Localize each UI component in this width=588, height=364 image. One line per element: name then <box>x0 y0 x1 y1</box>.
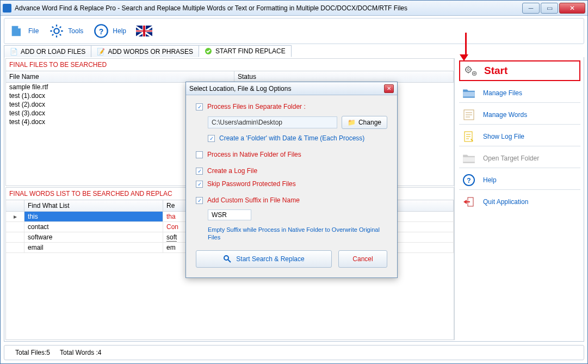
checkbox-icon <box>196 168 203 175</box>
file-icon <box>9 23 25 39</box>
checkbox-process-separate[interactable]: Process Files in Separate Folder : <box>196 103 387 110</box>
svg-text:?: ? <box>467 177 471 184</box>
folder-icon <box>461 85 476 101</box>
gears-icon <box>463 64 479 77</box>
language-flag[interactable] <box>136 26 152 36</box>
checkbox-create-log[interactable]: Create a Log File <box>196 167 387 175</box>
col-find[interactable]: Find What List <box>24 200 163 211</box>
svg-text:?: ? <box>99 27 104 36</box>
start-button[interactable]: Start <box>459 60 580 81</box>
sidebar-manage-files[interactable]: Manage Files <box>459 83 580 103</box>
checkbox-icon <box>196 181 203 188</box>
svg-point-0 <box>54 28 59 33</box>
gear-icon <box>48 23 65 39</box>
log-icon <box>461 129 476 144</box>
tab-start-find-replace[interactable]: START FIND REPLACE <box>199 45 292 57</box>
help-icon: ? <box>93 23 109 39</box>
row-pointer-icon: ▸ <box>14 213 17 220</box>
files-table-header: File Name Status <box>6 71 454 83</box>
total-files-label: Total Files:5 <box>15 349 50 356</box>
row-selector-header <box>6 200 24 211</box>
col-status[interactable]: Status <box>234 71 454 82</box>
col-filename[interactable]: File Name <box>6 71 234 82</box>
sidebar-manage-words[interactable]: Manage Words <box>459 105 580 125</box>
sidebar-help[interactable]: ? Help <box>459 170 580 190</box>
change-button[interactable]: 📁 Change <box>342 116 387 129</box>
menu-file[interactable]: File <box>9 23 39 39</box>
checkbox-add-suffix[interactable]: Add Custom Suffix in File Name <box>196 196 387 204</box>
dialog-titlebar[interactable]: Select Location, File & Log Options ✕ <box>186 82 397 95</box>
checkbox-icon <box>196 197 203 204</box>
svg-point-6 <box>473 72 476 76</box>
menu-tools[interactable]: Tools <box>48 23 83 39</box>
menu-help[interactable]: ? Help <box>93 23 126 39</box>
close-button[interactable]: ✕ <box>559 3 585 14</box>
svg-point-7 <box>474 73 475 75</box>
sidebar-open-target[interactable]: Open Target Folder <box>459 149 580 168</box>
sidebar-show-log[interactable]: Show Log File <box>459 127 580 146</box>
path-input[interactable]: C:\Users\admin\Desktop <box>208 116 337 128</box>
maximize-button[interactable]: ▭ <box>541 3 558 14</box>
help-icon: ? <box>461 172 476 188</box>
titlebar: Advance Word Find & Replace Pro - Search… <box>1 1 587 16</box>
dialog-close-button[interactable]: ✕ <box>384 84 394 93</box>
tab-bar: 📄 ADD OR LOAD FILES 📝 ADD WORDS OR PHRAS… <box>1 45 587 57</box>
menubar: File Tools ? Help <box>4 18 584 44</box>
window-title: Advance Word Find & Replace Pro - Search… <box>15 4 522 12</box>
folder-icon: 📁 <box>348 119 356 126</box>
add-words-icon: 📝 <box>97 48 104 55</box>
cancel-button[interactable]: Cancel <box>338 250 387 268</box>
checkbox-skip-password[interactable]: Skip Password Protected Files <box>196 180 387 188</box>
checkbox-icon <box>208 135 215 142</box>
total-words-label: Total Words :4 <box>60 349 101 356</box>
add-file-icon: 📄 <box>10 48 17 55</box>
minimize-button[interactable]: ─ <box>522 3 540 14</box>
checkbox-create-folder[interactable]: Create a 'Folder' with Date & Time (Each… <box>208 134 387 142</box>
status-bar: Total Files:5 Total Words :4 <box>4 345 584 360</box>
start-search-replace-button[interactable]: Start Search & Replace <box>196 250 332 268</box>
svg-point-13 <box>224 256 228 260</box>
files-panel-title: FINAL FILES TO BE SEARCHED <box>6 59 454 71</box>
app-icon <box>3 4 11 13</box>
checkbox-icon <box>196 103 203 110</box>
words-icon <box>461 107 476 122</box>
target-folder-icon <box>461 151 476 166</box>
suffix-input[interactable]: WSR <box>208 209 251 220</box>
checkbox-process-native[interactable]: Process in Native Folder of Files <box>196 151 387 158</box>
tab-add-words[interactable]: 📝 ADD WORDS OR PHRASES <box>91 45 199 57</box>
checkbox-icon <box>196 151 203 158</box>
exit-icon <box>461 194 476 209</box>
options-dialog: Select Location, File & Log Options ✕ Pr… <box>185 82 398 278</box>
sidebar-quit[interactable]: Quit Application <box>459 192 580 212</box>
svg-point-5 <box>467 69 469 71</box>
sidebar: Start Manage Files Manage Words Show Log… <box>454 58 583 340</box>
search-icon <box>223 255 232 263</box>
uk-flag-icon <box>136 26 152 36</box>
tab-add-files[interactable]: 📄 ADD OR LOAD FILES <box>4 45 91 57</box>
check-icon <box>205 47 212 55</box>
suffix-hint: Empty Suffix while Process in Native Fol… <box>208 226 387 242</box>
